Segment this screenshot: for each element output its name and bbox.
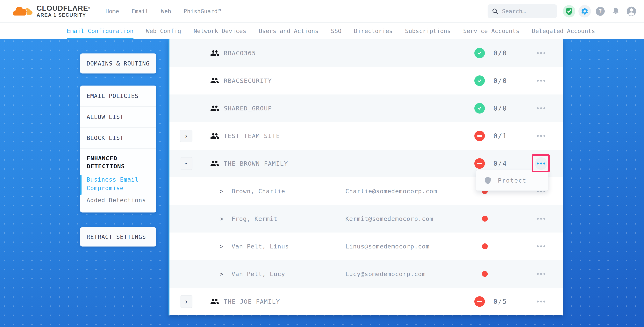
group-icon <box>210 77 220 85</box>
groups-table: RBACO365 0/0 RBACSECURITY 0/0 SHARED_GRO… <box>168 39 563 315</box>
tab-subscriptions[interactable]: Subscriptions <box>405 22 451 39</box>
logo-primary-text: CLOUDFLARE® <box>36 5 90 12</box>
status-dot-alert <box>482 216 488 222</box>
row-menu-button-active[interactable] <box>535 157 547 170</box>
header-icons: ? <box>563 5 638 17</box>
protection-count: 0/0 <box>494 49 507 57</box>
nav-item-web[interactable]: Web <box>161 8 171 14</box>
member-arrow[interactable]: > <box>220 271 223 278</box>
sidebar-item-allow-list[interactable]: ALLOW LIST <box>80 106 156 128</box>
protect-shield-icon <box>484 176 491 185</box>
row-menu-button[interactable] <box>535 74 547 87</box>
group-icon <box>210 298 220 306</box>
member-email: Kermit@somedemocorp.com <box>345 215 433 222</box>
member-email: Charlie@somedemocorp.com <box>345 188 437 195</box>
header-right: ? <box>488 4 644 18</box>
row-menu-button[interactable] <box>535 130 547 142</box>
row-actions-dropdown: Protect <box>476 170 548 191</box>
row-menu-button[interactable] <box>535 268 547 280</box>
group-name: THE BROWN FAMILY <box>224 160 288 167</box>
row-menu-button[interactable] <box>535 47 547 59</box>
member-arrow[interactable]: > <box>220 243 223 250</box>
logo-secondary-text: AREA 1 SECURITY <box>36 12 90 18</box>
group-name: THE JOE FAMILY <box>224 298 280 305</box>
sidebar-item-retract-settings[interactable]: RETRACT SETTINGS <box>80 227 156 247</box>
table-row-group[interactable]: › THE JOE FAMILY 0/5 <box>170 288 563 315</box>
protect-menu-item[interactable]: Protect <box>498 177 526 184</box>
sidebar-item-business-email-compromise[interactable]: Business Email Compromise <box>86 175 150 192</box>
row-menu-button[interactable] <box>535 102 547 114</box>
help-icon[interactable]: ? <box>594 5 606 17</box>
row-menu-button[interactable] <box>535 213 547 225</box>
member-arrow[interactable]: > <box>220 215 223 222</box>
cloudflare-cloud-icon <box>11 4 34 18</box>
protection-count: 0/5 <box>494 298 507 306</box>
sidebar-item-domains-routing[interactable]: DOMAINS & ROUTING <box>80 53 156 73</box>
nav-item-home[interactable]: Home <box>106 8 119 14</box>
protection-count: 0/0 <box>494 77 507 85</box>
status-dot-alert <box>482 243 488 249</box>
group-icon <box>210 49 220 57</box>
member-email: Linus@somedemocorp.com <box>345 243 430 250</box>
search-box[interactable] <box>488 4 557 18</box>
status-dot-alert <box>482 271 488 277</box>
status-badge-alert <box>474 296 485 307</box>
status-badge-alert <box>474 131 485 141</box>
gear-icon[interactable] <box>578 5 591 17</box>
expand-button[interactable]: › <box>180 130 192 142</box>
sidebar-item-enhanced-detections[interactable]: ENHANCED DETECTIONS <box>86 154 150 170</box>
protection-count: 0/4 <box>494 160 507 167</box>
sidebar-policies-card: EMAIL POLICIES ALLOW LIST BLOCK LIST ENH… <box>80 85 156 213</box>
table-row-group[interactable]: SHARED_GROUP 0/0 <box>170 94 563 122</box>
member-name: Brown, Charlie <box>232 188 285 195</box>
config-subnav: Email Configuration Web Config Network D… <box>0 22 644 39</box>
group-name: RBACSECURITY <box>224 77 272 84</box>
shield-check-icon[interactable] <box>563 5 575 17</box>
member-email: Lucy@somedemocorp.com <box>345 271 426 278</box>
status-badge-ok <box>474 48 485 58</box>
tab-sso[interactable]: SSO <box>331 22 342 39</box>
sidebar-item-email-policies[interactable]: EMAIL POLICIES <box>80 85 156 106</box>
member-name: Van Pelt, Lucy <box>232 271 285 278</box>
tab-users-and-actions[interactable]: Users and Actions <box>259 22 318 39</box>
member-arrow[interactable]: > <box>220 188 223 195</box>
tab-service-accounts[interactable]: Service Accounts <box>463 22 519 39</box>
avatar-icon[interactable] <box>625 5 638 17</box>
table-row-group[interactable]: › TEST TEAM SITE 0/1 <box>170 122 563 150</box>
tab-email-configuration[interactable]: Email Configuration <box>67 22 134 39</box>
status-badge-ok <box>474 103 485 113</box>
tab-web-config[interactable]: Web Config <box>146 22 181 39</box>
group-name: TEST TEAM SITE <box>224 132 280 139</box>
table-row-group[interactable]: RBACSECURITY 0/0 <box>170 67 563 94</box>
top-nav: Home Email Web PhishGuard™ <box>106 8 221 14</box>
tab-delegated-accounts[interactable]: Delegated Accounts <box>532 22 595 39</box>
table-row-group[interactable]: RBACO365 0/0 <box>170 39 563 67</box>
table-row-member[interactable]: > Van Pelt, Linus Linus@somedemocorp.com <box>170 233 563 260</box>
protection-count: 0/1 <box>494 132 507 140</box>
group-name: RBACO365 <box>224 49 256 56</box>
collapse-button[interactable]: › <box>180 157 192 170</box>
search-icon <box>492 8 498 14</box>
row-menu-button[interactable] <box>535 240 547 253</box>
bell-icon[interactable] <box>610 5 622 17</box>
search-input[interactable] <box>502 8 553 14</box>
sidebar-item-block-list[interactable]: BLOCK LIST <box>80 128 156 149</box>
app-header: CLOUDFLARE® AREA 1 SECURITY Home Email W… <box>0 0 644 22</box>
table-row-member[interactable]: > Frog, Kermit Kermit@somedemocorp.com <box>170 205 563 233</box>
tab-directories[interactable]: Directories <box>354 22 393 39</box>
row-menu-button[interactable] <box>535 295 547 308</box>
status-badge-alert <box>474 158 485 169</box>
group-icon <box>210 132 220 140</box>
nav-item-email[interactable]: Email <box>132 8 148 14</box>
sidebar-item-added-detections[interactable]: Added Detections <box>86 197 150 204</box>
sidebar-section-enhanced-detections: ENHANCED DETECTIONS Business Email Compr… <box>80 149 156 204</box>
active-item-indicator <box>80 175 82 195</box>
cloudflare-logo[interactable]: CLOUDFLARE® AREA 1 SECURITY <box>11 4 90 18</box>
tab-network-devices[interactable]: Network Devices <box>194 22 246 39</box>
expand-button[interactable]: › <box>180 295 192 308</box>
nav-item-phishguard[interactable]: PhishGuard™ <box>184 8 221 14</box>
status-badge-ok <box>474 75 485 86</box>
group-name: SHARED_GROUP <box>224 105 272 112</box>
table-row-member[interactable]: > Van Pelt, Lucy Lucy@somedemocorp.com <box>170 260 563 288</box>
group-icon <box>210 104 220 112</box>
